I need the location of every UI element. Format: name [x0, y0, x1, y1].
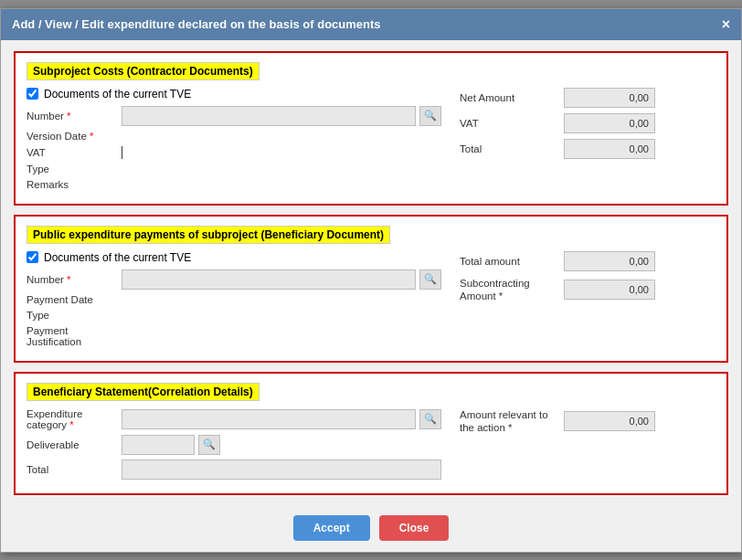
accept-button[interactable]: Accept	[293, 515, 370, 541]
section-public-expenditure: Public expenditure payments of subprojec…	[14, 215, 728, 363]
section1-vat-row: VAT	[26, 146, 441, 159]
section2-payment-justification-label: Payment Justification	[26, 325, 118, 347]
close-button[interactable]: Close	[379, 515, 450, 541]
section1-type-label: Type	[26, 164, 118, 174]
section3-total-label: Total	[26, 464, 118, 475]
section1-number-row: Number * 🔍	[26, 106, 441, 126]
dialog-title-bar: Add / View / Edit expenditure declared o…	[1, 9, 741, 40]
dialog-body: Subproject Costs (Contractor Documents) …	[1, 40, 741, 506]
section2-subcontracting-input[interactable]	[564, 280, 655, 300]
section3-total-input[interactable]	[122, 460, 441, 480]
section3-total-row: Total	[26, 460, 441, 480]
section3-deliverable-label: Deliverable	[26, 439, 118, 450]
section1-version-date-row: Version Date *	[26, 131, 441, 142]
section2-subcontracting-row: Subcontracting Amount *	[460, 277, 716, 304]
section2-subcontracting-label: Subcontracting Amount *	[460, 277, 560, 304]
section1-vat-amount-input[interactable]	[564, 113, 655, 133]
section3-amount-relevant-row: Amount relevant to the action *	[460, 408, 716, 436]
section1-net-amount-input[interactable]	[564, 88, 655, 108]
section2-type-label: Type	[26, 310, 118, 321]
section3-right: Amount relevant to the action *	[460, 408, 716, 484]
section1-net-amount-label: Net Amount	[460, 92, 560, 103]
section3-deliverable-row: Deliverable 🔍	[26, 435, 441, 455]
section2-payment-date-row: Payment Date	[26, 294, 441, 305]
section2-number-search-button[interactable]: 🔍	[419, 269, 441, 290]
section3-amount-relevant-label: Amount relevant to the action *	[460, 408, 560, 436]
section-subproject-costs: Subproject Costs (Contractor Documents) …	[14, 51, 728, 206]
section3-left: Expenditure category * 🔍 Deliverable 🔍 T…	[26, 408, 441, 484]
section2-total-amount-label: Total amount	[460, 256, 560, 267]
section1-remarks-row: Remarks	[26, 179, 441, 190]
section3-deliverable-input[interactable]	[122, 435, 195, 455]
section2-payment-justification-row: Payment Justification	[26, 325, 441, 347]
section3-amount-relevant-input[interactable]	[564, 411, 655, 431]
section3-expenditure-input[interactable]	[122, 409, 416, 429]
section2-payment-date-label: Payment Date	[26, 294, 118, 305]
dialog: Add / View / Edit expenditure declared o…	[0, 8, 742, 553]
section1-number-label: Number *	[26, 111, 118, 122]
section1-checkbox-label: Documents of the current TVE	[44, 88, 191, 100]
section1-title: Subproject Costs (Contractor Documents)	[26, 62, 260, 80]
dialog-title: Add / View / Edit expenditure declared o…	[12, 17, 381, 31]
section1-vat-cursor-icon	[122, 146, 122, 159]
section2-right: Total amount Subcontracting Amount *	[460, 251, 716, 352]
section2-total-amount-row: Total amount	[460, 251, 716, 271]
section1-vat-label: VAT	[26, 147, 118, 158]
section2-number-label: Number *	[26, 274, 118, 285]
section1-checkbox-row: Documents of the current TVE	[26, 88, 441, 100]
section3-title: Beneficiary Statement(Correlation Detail…	[26, 383, 260, 401]
section1-checkbox[interactable]	[26, 88, 38, 100]
section1-number-input[interactable]	[122, 106, 416, 126]
section2-title: Public expenditure payments of subprojec…	[26, 226, 390, 244]
section1-vat-amount-row: VAT	[460, 113, 716, 133]
dialog-footer: Accept Close	[1, 506, 741, 552]
section2-type-row: Type	[26, 310, 441, 321]
close-icon[interactable]: ×	[722, 16, 730, 33]
section2-checkbox[interactable]	[26, 251, 38, 263]
section1-version-date-label: Version Date *	[26, 131, 118, 142]
section3-expenditure-label: Expenditure category *	[26, 408, 118, 430]
section1-type-row: Type	[26, 164, 441, 174]
section1-number-search-button[interactable]: 🔍	[419, 106, 441, 126]
section3-deliverable-search-button[interactable]: 🔍	[198, 435, 220, 455]
section-beneficiary-statement: Beneficiary Statement(Correlation Detail…	[14, 372, 728, 495]
section2-number-row: Number * 🔍	[26, 269, 441, 290]
section1-remarks-label: Remarks	[26, 179, 118, 190]
section3-expenditure-row: Expenditure category * 🔍	[26, 408, 441, 430]
section3-expenditure-search-button[interactable]: 🔍	[419, 409, 441, 429]
section1-content: Documents of the current TVE Number * 🔍 …	[26, 88, 716, 195]
section1-total-label: Total	[460, 143, 560, 154]
section2-number-input[interactable]	[122, 269, 416, 290]
section1-right: Net Amount VAT Total	[460, 88, 716, 195]
section2-checkbox-row: Documents of the current TVE	[26, 251, 441, 264]
section1-total-input[interactable]	[564, 139, 655, 159]
section2-left: Documents of the current TVE Number * 🔍 …	[26, 251, 441, 352]
section1-vat-amount-label: VAT	[460, 118, 560, 129]
section2-content: Documents of the current TVE Number * 🔍 …	[26, 251, 716, 352]
section3-content: Expenditure category * 🔍 Deliverable 🔍 T…	[26, 408, 716, 484]
section1-net-amount-row: Net Amount	[460, 88, 716, 108]
section1-total-row: Total	[460, 139, 716, 159]
section1-left: Documents of the current TVE Number * 🔍 …	[26, 88, 441, 195]
section2-total-amount-input[interactable]	[564, 251, 655, 271]
section2-checkbox-label: Documents of the current TVE	[44, 251, 191, 264]
